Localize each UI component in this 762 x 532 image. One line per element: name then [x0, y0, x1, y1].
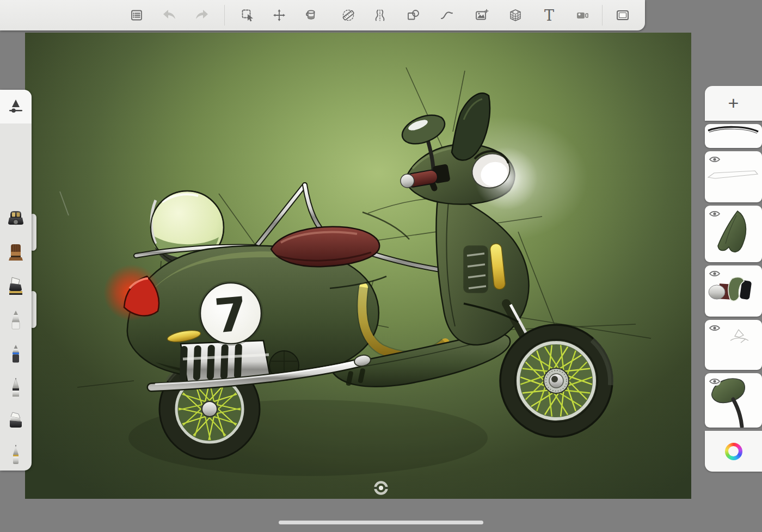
- layer-item-grip[interactable]: [705, 265, 762, 317]
- layer-visibility-eye-icon[interactable]: [709, 377, 721, 386]
- ruler-tool-button[interactable]: [337, 4, 359, 26]
- seat: [271, 227, 379, 267]
- paintbrush-icon: [7, 242, 25, 263]
- undo-button[interactable]: [158, 4, 180, 26]
- layer-visibility-eye-icon[interactable]: [709, 269, 721, 278]
- brush-library-panel: [0, 90, 32, 471]
- chisel-marker-icon: [7, 410, 25, 432]
- layer-item-partial[interactable]: [705, 124, 762, 148]
- undo-arrow-icon: [162, 8, 177, 22]
- front-wheel: [500, 325, 612, 437]
- airbrush-icon: [7, 208, 25, 230]
- time-lapse-button[interactable]: [572, 4, 594, 26]
- ruler-icon: [341, 8, 355, 22]
- menu-button[interactable]: [126, 4, 148, 26]
- rainbow-color-wheel-icon: [725, 443, 742, 460]
- layer-visibility-eye-icon[interactable]: [709, 209, 721, 218]
- video-camera-icon: [575, 8, 591, 22]
- brush-chisel-marker[interactable]: [0, 406, 32, 436]
- home-indicator: [279, 521, 483, 524]
- fill-tool-button[interactable]: [300, 4, 322, 26]
- curve-stroke-icon: [440, 8, 454, 22]
- technical-pen-icon: [7, 444, 25, 466]
- transform-tool-button[interactable]: [268, 4, 290, 26]
- symmetry-tool-button[interactable]: [369, 4, 391, 26]
- scratch-mark: [60, 191, 69, 215]
- brush-size-slider-icon: [7, 97, 25, 116]
- drawing-canvas[interactable]: 7: [25, 33, 691, 499]
- redo-button[interactable]: [191, 4, 213, 26]
- marquee-selection-icon: [241, 8, 255, 22]
- color-picker-button[interactable]: [705, 431, 762, 472]
- layer-visibility-eye-icon[interactable]: [709, 324, 721, 332]
- plus-icon: +: [728, 94, 739, 112]
- square-circle-shapes-icon: [406, 8, 420, 22]
- import-image-button[interactable]: [471, 4, 493, 26]
- layer-visibility-eye-icon[interactable]: [709, 155, 721, 164]
- layer-item-mirror[interactable]: [705, 373, 762, 428]
- top-toolbar: T: [0, 0, 645, 30]
- add-image-icon: [475, 8, 489, 22]
- stroke-style-button[interactable]: [436, 4, 458, 26]
- ballpoint-pen-icon: [7, 376, 25, 398]
- text-icon: T: [544, 8, 554, 23]
- add-layer-button[interactable]: +: [705, 86, 762, 121]
- layers-panel: +: [705, 86, 762, 472]
- fullscreen-button[interactable]: [612, 4, 634, 26]
- shapes-tool-button[interactable]: [402, 4, 424, 26]
- move-arrows-icon: [272, 8, 286, 22]
- scooter-artwork: 7: [25, 33, 691, 499]
- layer-item-windshield[interactable]: [705, 206, 762, 262]
- redo-arrow-icon: [194, 8, 210, 22]
- perspective-tool-button[interactable]: [505, 4, 526, 26]
- toolbar-separator-2: [602, 5, 603, 26]
- brush-paint-pen[interactable]: [0, 305, 32, 335]
- white-pen-icon: [7, 309, 25, 331]
- brush-airbrush[interactable]: [0, 203, 32, 234]
- blue-band-pen-icon: [7, 343, 25, 364]
- selection-tool-button[interactable]: [237, 4, 259, 26]
- paint-bucket-icon: [304, 8, 318, 22]
- brush-inking-pen[interactable]: [0, 338, 32, 369]
- layer-item-sketch[interactable]: [705, 320, 762, 370]
- tail-light: [103, 264, 160, 321]
- layer-item-outline[interactable]: [705, 151, 762, 202]
- brush-technical-pen[interactable]: [0, 440, 32, 470]
- brush-ballpoint-pen[interactable]: [0, 372, 32, 403]
- fullscreen-icon: [616, 8, 630, 22]
- toolbar-separator-1: [224, 5, 225, 26]
- perspective-grid-icon: [508, 8, 523, 22]
- list-menu-icon: [130, 8, 144, 22]
- canvas-puck-control[interactable]: [373, 480, 389, 496]
- text-tool-button[interactable]: T: [538, 4, 560, 26]
- symmetry-curves-icon: [373, 8, 387, 22]
- racing-number: 7: [212, 287, 249, 344]
- brush-properties-button[interactable]: [0, 90, 32, 123]
- layer-thumbnail-stroke: [705, 124, 762, 148]
- flat-marker-icon: [7, 275, 25, 297]
- brush-paintbrush[interactable]: [0, 237, 32, 268]
- brush-flat-marker[interactable]: [0, 271, 32, 301]
